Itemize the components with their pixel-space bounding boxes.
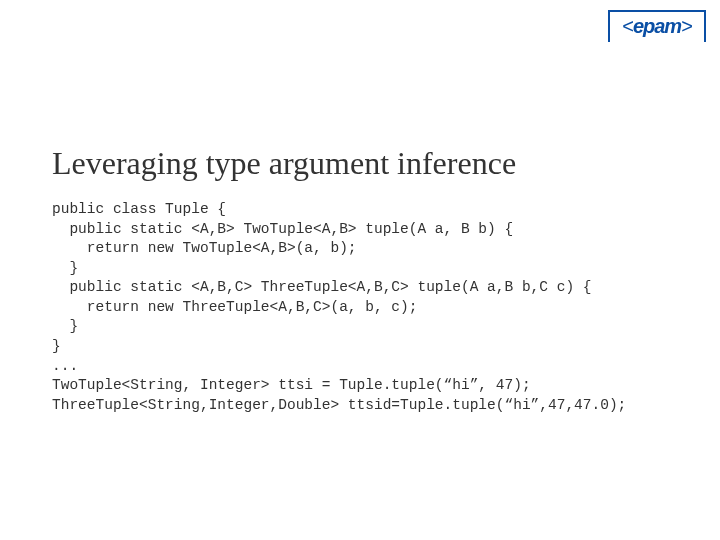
logo-lt: < bbox=[622, 15, 633, 37]
logo-name: epam bbox=[633, 15, 681, 37]
slide: <epam> Leveraging type argument inferenc… bbox=[0, 0, 720, 540]
epam-logo: <epam> bbox=[608, 10, 706, 42]
logo-text: <epam> bbox=[622, 16, 692, 36]
slide-body: public class Tuple { public static <A,B>… bbox=[52, 200, 680, 415]
logo-gt: > bbox=[681, 15, 692, 37]
slide-title: Leveraging type argument inference bbox=[52, 145, 668, 182]
code-block: public class Tuple { public static <A,B>… bbox=[52, 200, 680, 415]
